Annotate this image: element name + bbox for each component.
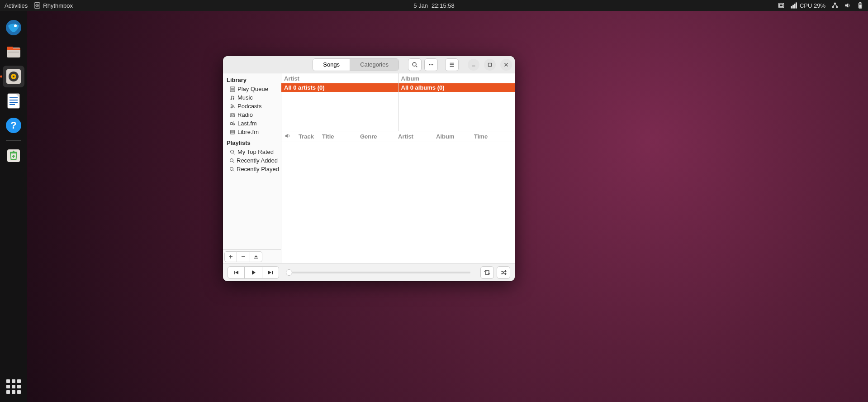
playing-column-icon[interactable]: [285, 133, 292, 140]
previous-button[interactable]: [228, 266, 245, 279]
add-playlist-button[interactable]: [224, 251, 237, 262]
dock-help[interactable]: ?: [3, 115, 24, 136]
col-genre[interactable]: Genre: [360, 133, 392, 140]
svg-point-65: [230, 167, 233, 170]
svg-line-64: [233, 162, 234, 163]
col-title[interactable]: Title: [322, 133, 354, 140]
dock-files[interactable]: [3, 41, 24, 63]
active-app-name: Rhythmbox: [43, 2, 73, 9]
svg-point-38: [432, 64, 433, 65]
main-pane: Artist All 0 artists (0) Album All 0 alb…: [281, 73, 515, 263]
dock-trash[interactable]: [3, 145, 24, 167]
activities-button[interactable]: Activities: [5, 2, 28, 9]
rhythmbox-indicator-icon: [34, 2, 40, 9]
svg-rect-58: [230, 130, 235, 134]
network-icon[interactable]: [832, 2, 838, 9]
svg-text:?: ?: [10, 120, 16, 131]
svg-rect-20: [8, 52, 19, 53]
date-text: 5 Jan: [413, 2, 428, 9]
svg-rect-7: [794, 4, 795, 9]
svg-rect-26: [9, 97, 18, 98]
volume-icon[interactable]: [844, 2, 851, 9]
remove-playlist-button[interactable]: [237, 251, 250, 262]
player-footer: [223, 263, 515, 281]
maximize-button[interactable]: [484, 59, 496, 71]
sidebar-item-label: Play Queue: [237, 86, 268, 92]
sidebar-music[interactable]: Music: [223, 93, 281, 102]
artist-browser[interactable]: Artist All 0 artists (0): [281, 73, 398, 131]
dock-rhythmbox[interactable]: [3, 66, 24, 87]
seek-knob[interactable]: [286, 269, 292, 276]
rhythmbox-window: Songs Categories Library: [223, 56, 515, 281]
col-artist[interactable]: Artist: [398, 133, 430, 140]
repeat-button[interactable]: [480, 266, 494, 279]
album-browser[interactable]: Album All 0 albums (0): [398, 73, 515, 131]
seek-slider[interactable]: [289, 272, 470, 273]
svg-rect-13: [859, 2, 861, 3]
svg-point-16: [14, 24, 17, 27]
col-album[interactable]: Album: [436, 133, 468, 140]
dock: ?: [0, 11, 27, 402]
svg-point-61: [231, 150, 234, 153]
queue-icon: [229, 86, 236, 92]
eject-button[interactable]: [250, 251, 262, 262]
svg-rect-27: [9, 100, 18, 100]
col-track[interactable]: Track: [299, 133, 316, 140]
svg-point-50: [231, 98, 232, 100]
shuffle-button[interactable]: [497, 266, 510, 279]
battery-icon[interactable]: [857, 2, 863, 9]
sidebar-item-label: Last.fm: [237, 120, 257, 127]
hamburger-menu-button[interactable]: [445, 58, 459, 71]
screen-capture-icon[interactable]: [778, 2, 784, 9]
search-button[interactable]: [408, 58, 422, 71]
album-all-row[interactable]: All 0 albums (0): [398, 83, 515, 92]
tab-categories[interactable]: Categories: [350, 59, 398, 71]
svg-point-2: [37, 5, 38, 6]
sidebar-item-label: Music: [237, 94, 253, 101]
cpu-indicator[interactable]: CPU 29%: [791, 2, 825, 9]
svg-point-10: [832, 6, 834, 8]
time-text: 22:15:58: [432, 2, 455, 9]
smart-playlist-icon: [229, 149, 236, 155]
sidebar-library-header: Library: [223, 73, 281, 85]
cpu-bars-icon: [791, 2, 797, 9]
tab-songs[interactable]: Songs: [313, 59, 350, 71]
close-button[interactable]: [500, 59, 512, 71]
sidebar-play-queue[interactable]: Play Queue: [223, 85, 281, 93]
dock-thunderbird[interactable]: [3, 17, 24, 38]
sidebar-radio[interactable]: Radio: [223, 110, 281, 119]
artist-column-header[interactable]: Artist: [281, 73, 398, 83]
sidebar: Library Play Queue Music Podcasts Radio: [223, 73, 281, 263]
sidebar-recently-played[interactable]: Recently Played: [223, 165, 281, 173]
album-column-header[interactable]: Album: [398, 73, 515, 83]
sidebar-lastfm[interactable]: Last.fm: [223, 119, 281, 128]
svg-point-24: [13, 76, 14, 77]
more-button[interactable]: [424, 58, 438, 71]
show-applications-button[interactable]: [6, 379, 21, 394]
sidebar-my-top-rated[interactable]: My Top Rated: [223, 148, 281, 156]
svg-point-54: [233, 114, 235, 116]
next-button[interactable]: [262, 266, 279, 279]
svg-rect-43: [489, 63, 492, 66]
artist-all-row[interactable]: All 0 artists (0): [281, 83, 398, 92]
svg-line-62: [233, 153, 235, 154]
sidebar-bottom-toolbar: [223, 249, 281, 263]
sidebar-item-label: Recently Played: [237, 166, 279, 172]
minimize-button[interactable]: [468, 59, 479, 71]
sidebar-item-label: Libre.fm: [237, 129, 259, 135]
dock-writer[interactable]: [3, 90, 24, 112]
lastfm-icon: [229, 121, 236, 126]
svg-line-35: [416, 66, 417, 67]
col-time[interactable]: Time: [474, 133, 492, 140]
sidebar-podcasts[interactable]: Podcasts: [223, 102, 281, 110]
sidebar-librefm[interactable]: Libre.fm: [223, 128, 281, 136]
sidebar-recently-added[interactable]: Recently Added: [223, 156, 281, 165]
track-list[interactable]: Track Title Genre Artist Album Time: [281, 131, 515, 263]
svg-rect-19: [7, 48, 20, 50]
svg-point-52: [231, 107, 232, 108]
svg-rect-28: [9, 102, 18, 103]
play-button[interactable]: [245, 266, 262, 279]
active-app-indicator[interactable]: Rhythmbox: [34, 2, 73, 9]
sidebar-item-label: Radio: [237, 111, 253, 118]
clock[interactable]: 5 Jan 22:15:58: [413, 2, 454, 9]
